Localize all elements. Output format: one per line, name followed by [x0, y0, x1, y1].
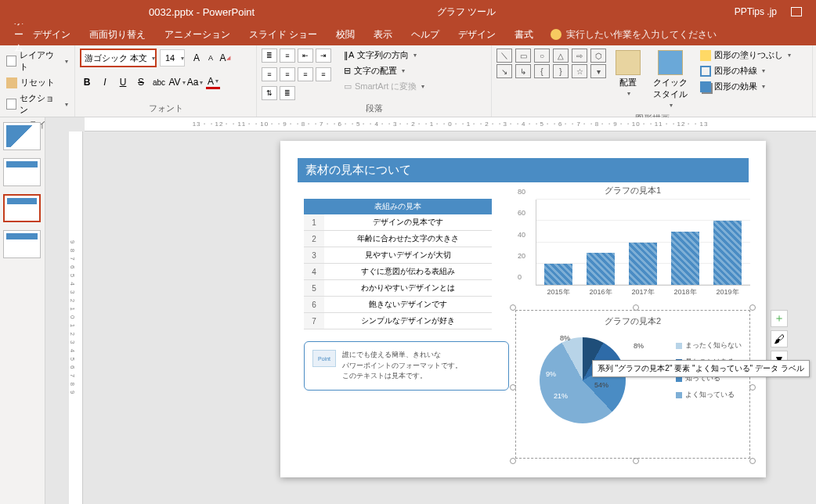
- shape-circle-icon[interactable]: ○: [534, 49, 550, 63]
- bar-2015年[interactable]: [544, 264, 572, 285]
- tab-help[interactable]: ヘルプ: [402, 23, 449, 45]
- chart-styles-button[interactable]: 🖌: [771, 330, 788, 347]
- bar-chart[interactable]: グラフの見本1 0204060802015年2016年2017年2018年201…: [515, 185, 750, 302]
- pie-label-54[interactable]: 54%: [594, 381, 608, 389]
- fill-icon: [700, 50, 711, 61]
- table-row-text: すぐに意図が伝わる表組み: [324, 264, 492, 280]
- reset-button[interactable]: リセット: [5, 76, 70, 89]
- section-button[interactable]: セクション▾: [5, 92, 70, 117]
- thumbnail-3[interactable]: [3, 194, 41, 222]
- legend-item: まったく知らない: [685, 340, 742, 351]
- decrease-font-icon[interactable]: A: [204, 51, 218, 65]
- pie-label-8a[interactable]: 8%: [560, 334, 570, 342]
- pie-label-8b[interactable]: 8%: [634, 342, 644, 350]
- shape-more-icon[interactable]: ▾: [590, 64, 606, 78]
- arrange-button[interactable]: 配置▾: [611, 49, 645, 99]
- clear-format-icon[interactable]: A◢: [218, 51, 232, 65]
- thumbnail-1[interactable]: [3, 122, 41, 150]
- font-color-button[interactable]: A▾: [206, 75, 220, 89]
- tab-slideshow[interactable]: スライド ショー: [240, 23, 327, 45]
- group-paragraph-label: 段落: [262, 100, 486, 117]
- text-direction-button[interactable]: ‖A文字列の方向▾: [342, 49, 426, 62]
- line-spacing-button[interactable]: ⇅: [262, 86, 277, 100]
- tab-view[interactable]: 表示: [364, 23, 402, 45]
- pie-chart-plot[interactable]: [540, 337, 626, 423]
- slide-title[interactable]: 素材の見本について: [298, 158, 749, 182]
- shape-lbrace-icon[interactable]: {: [534, 64, 550, 78]
- tab-animations[interactable]: アニメーション: [155, 23, 240, 45]
- pie-label-9[interactable]: 9%: [546, 370, 556, 378]
- shape-effects-button[interactable]: 図形の効果▾: [699, 80, 793, 93]
- pie-label-21[interactable]: 21%: [554, 392, 568, 400]
- group-font-label: フォント: [80, 100, 251, 117]
- decrease-indent-button[interactable]: ⇤: [298, 49, 313, 63]
- align-right-button[interactable]: ≡: [298, 67, 313, 81]
- shape-star-icon[interactable]: ☆: [572, 64, 587, 78]
- note-text: 誰にでも使える簡単、きれいな パワーポイントのフォーマットです。 このテキストは…: [342, 350, 462, 382]
- table-row-text: 飽きないデザインです: [324, 297, 492, 313]
- sample-table[interactable]: 表組みの見本 1デザインの見本です2年齢に合わせた文字の大きさ3見やすいデザイン…: [304, 199, 492, 329]
- tab-chart-design[interactable]: デザイン: [449, 23, 505, 45]
- increase-font-icon[interactable]: A: [190, 51, 204, 65]
- underline-button[interactable]: U: [116, 75, 130, 89]
- tab-format[interactable]: 書式: [505, 23, 543, 45]
- char-spacing-button[interactable]: AV▾: [170, 75, 184, 89]
- bar-2017年[interactable]: [629, 243, 657, 286]
- font-size-combo[interactable]: ▾: [160, 49, 185, 67]
- shape-triangle-icon[interactable]: △: [553, 49, 569, 63]
- numbering-button[interactable]: ≡: [280, 49, 295, 63]
- align-text-button[interactable]: ⊟文字の配置▾: [342, 64, 426, 77]
- font-name-combo[interactable]: ▾: [80, 49, 157, 67]
- justify-button[interactable]: ≡: [316, 67, 331, 81]
- increase-indent-button[interactable]: ⇥: [316, 49, 331, 63]
- slide[interactable]: 素材の見本について 表組みの見本 1デザインの見本です2年齢に合わせた文字の大き…: [280, 141, 766, 477]
- align-center-button[interactable]: ≡: [280, 67, 295, 81]
- shape-fill-button[interactable]: 図形の塗りつぶし▾: [699, 49, 793, 62]
- quick-styles-button[interactable]: クイック スタイル▾: [648, 49, 692, 110]
- shapes-gallery[interactable]: ＼ ▭ ○ △ ⇨ ⬡ ↘ ↳ { } ☆ ▾: [496, 49, 608, 78]
- bullets-button[interactable]: ≣: [262, 49, 277, 63]
- align-left-button[interactable]: ≡: [262, 67, 277, 81]
- shadow-button[interactable]: abc: [152, 75, 166, 89]
- pie-chart-title: グラフの見本2: [516, 315, 749, 327]
- shape-line-icon[interactable]: ＼: [496, 49, 512, 63]
- shape-arrow-icon[interactable]: ⇨: [572, 49, 587, 63]
- thumbnail-4[interactable]: [3, 230, 41, 258]
- horizontal-ruler: 13・・12・・11・・10・・9・・8・・7・・6・・5・・4・・3・・2・・…: [85, 117, 816, 131]
- chart-elements-button[interactable]: ＋: [771, 310, 788, 327]
- bar-2018年[interactable]: [671, 232, 699, 285]
- tab-design[interactable]: デザイン: [23, 23, 80, 45]
- pie-chart-selected[interactable]: グラフの見本2 8% 9% 21% 54% 8% まったく知らない見たことはある…: [515, 310, 750, 459]
- font-name-input[interactable]: [81, 53, 150, 63]
- tab-home[interactable]: ホーム: [5, 23, 23, 45]
- table-row-text: わかりやすいデザインとは: [324, 280, 492, 297]
- columns-button[interactable]: ≣: [280, 86, 295, 100]
- shape-rbrace-icon[interactable]: }: [553, 64, 569, 78]
- table-row-text: 見やすいデザインが大切: [324, 247, 492, 264]
- bold-button[interactable]: B: [80, 75, 94, 89]
- shape-outline-button[interactable]: 図形の枠線▾: [699, 64, 793, 77]
- ribbon-display-icon[interactable]: [791, 7, 802, 16]
- shape-line2-icon[interactable]: ↘: [496, 64, 512, 78]
- font-size-input[interactable]: [161, 53, 179, 63]
- slide-canvas[interactable]: 13・・12・・11・・10・・9・・8・・7・・6・・5・・4・・3・・2・・…: [45, 117, 816, 504]
- lightbulb-icon: [551, 29, 561, 40]
- bar-2019年[interactable]: [713, 221, 742, 285]
- brand-label: PPTips .jp: [735, 6, 777, 17]
- italic-button[interactable]: I: [98, 75, 112, 89]
- shape-rect-icon[interactable]: ▭: [515, 49, 531, 63]
- layout-button[interactable]: レイアウト▾: [5, 49, 70, 74]
- shape-connector-icon[interactable]: ↳: [515, 64, 531, 78]
- shape-hex-icon[interactable]: ⬡: [590, 49, 606, 63]
- tell-me-search[interactable]: 実行したい作業を入力してください: [551, 28, 717, 41]
- bar-2016年[interactable]: [587, 253, 615, 285]
- bar-chart-plot: 0204060802015年2016年2017年2018年2019年: [536, 200, 750, 286]
- tab-review[interactable]: 校閲: [327, 23, 364, 45]
- convert-smartart-button[interactable]: ▭SmartArt に変換▾: [342, 80, 426, 93]
- change-case-button[interactable]: Aa▾: [188, 75, 202, 89]
- tab-transitions[interactable]: 画面切り替え: [80, 23, 155, 45]
- note-box[interactable]: Point 誰にでも使える簡単、きれいな パワーポイントのフォーマットです。 こ…: [304, 341, 509, 391]
- strike-button[interactable]: S: [134, 75, 148, 89]
- table-header: 表組みの見本: [304, 199, 492, 214]
- thumbnail-2[interactable]: [3, 158, 41, 186]
